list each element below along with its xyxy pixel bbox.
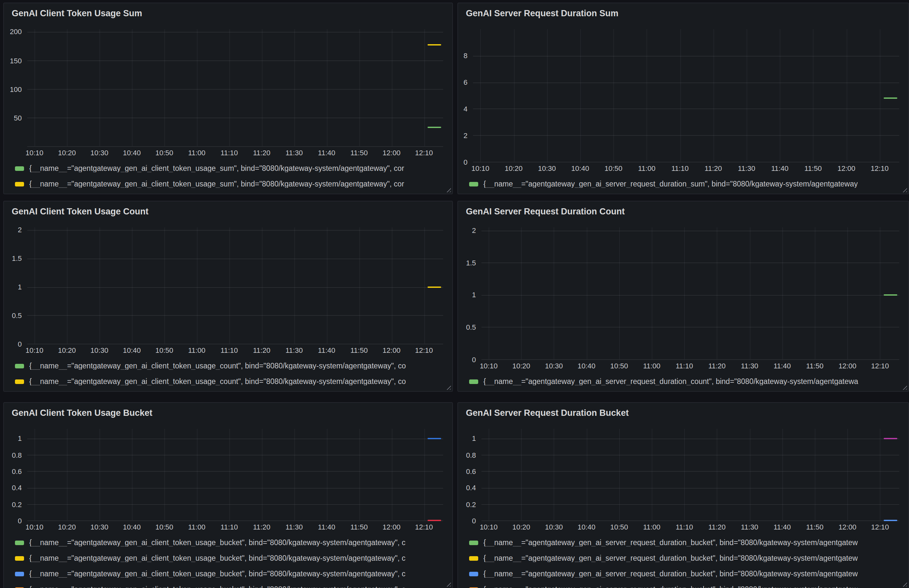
- gridline-horizontal: [27, 455, 443, 456]
- plot-canvas[interactable]: [27, 228, 443, 344]
- x-tick-label: 11:50: [350, 524, 368, 531]
- x-tick-label: 11:20: [705, 165, 722, 172]
- gridline-vertical: [229, 429, 230, 520]
- panel-title: GenAI Server Request Duration Count: [466, 207, 901, 216]
- x-tick-label: 11:00: [188, 524, 205, 531]
- x-axis: 10:1010:2010:3010:4010:5011:0011:1011:20…: [4, 344, 452, 356]
- legend-item[interactable]: {__name__="agentgateway_gen_ai_server_re…: [469, 582, 908, 588]
- gridline-vertical: [749, 228, 750, 359]
- legend-series-label: {__name__="agentgateway_gen_ai_server_re…: [483, 180, 858, 188]
- x-tick-label: 10:30: [538, 165, 556, 172]
- gridline-horizontal: [27, 472, 443, 472]
- legend-item[interactable]: {__name__="agentgateway_gen_ai_client_to…: [15, 373, 452, 389]
- legend-series-label: {__name__="agentgateway_gen_ai_server_re…: [483, 539, 858, 546]
- x-tick-label: 12:00: [383, 149, 400, 157]
- legend-series-label: {__name__="agentgateway_gen_ai_client_to…: [29, 554, 405, 562]
- y-tick-label: 0.2: [466, 501, 476, 508]
- y-tick-label: 0.8: [12, 452, 22, 459]
- legend-item[interactable]: {__name__="agentgateway_gen_ai_server_re…: [469, 550, 908, 566]
- x-tick-label: 11:10: [676, 524, 693, 531]
- y-tick-label: 6: [463, 79, 468, 86]
- panel-header[interactable]: GenAI Server Request Duration Bucket: [458, 403, 908, 422]
- legend-series-label: {__name__="agentgateway_gen_ai_server_re…: [483, 554, 858, 562]
- plot-canvas[interactable]: [27, 29, 443, 147]
- x-tick-label: 10:20: [505, 165, 523, 172]
- legend-series-label: {__name__="agentgateway_gen_ai_server_re…: [483, 570, 858, 578]
- gridline-vertical: [229, 228, 230, 344]
- plot-row: 20015010050: [4, 29, 452, 147]
- x-tick-label: 11:50: [806, 524, 823, 531]
- plot-canvas[interactable]: [481, 429, 899, 521]
- gridline-vertical: [586, 228, 587, 359]
- gridline-vertical: [684, 228, 685, 359]
- x-tick-label: 10:50: [155, 149, 173, 157]
- x-tick-label: 10:10: [26, 347, 44, 354]
- panel-header[interactable]: GenAI Client Token Usage Count: [4, 202, 452, 221]
- gridline-horizontal: [481, 455, 899, 456]
- x-tick-label: 11:40: [318, 149, 335, 157]
- gridline-vertical: [34, 228, 35, 344]
- x-axis-labels: 10:1010:2010:3010:4010:5011:0011:1011:20…: [27, 521, 443, 533]
- gridline-horizontal: [481, 295, 899, 296]
- x-tick-label: 10:40: [123, 149, 140, 157]
- panel-genai-client-token-usage-sum: GenAI Client Token Usage Sum 20015010050…: [3, 3, 453, 194]
- legend-item[interactable]: {__name__="agentgateway_gen_ai_client_to…: [15, 160, 452, 176]
- legend-item[interactable]: {__name__="agentgateway_gen_ai_client_to…: [15, 550, 452, 566]
- panel-header[interactable]: GenAI Client Token Usage Sum: [4, 3, 452, 23]
- legend-item[interactable]: {__name__="agentgateway_gen_ai_client_to…: [15, 358, 452, 373]
- x-tick-label: 12:00: [838, 165, 856, 172]
- gridline-vertical: [489, 228, 489, 359]
- gridline-vertical: [749, 429, 750, 520]
- gridline-horizontal: [27, 488, 443, 488]
- y-tick-label: 1: [472, 292, 476, 299]
- gridline-horizontal: [481, 263, 899, 263]
- legend-item[interactable]: {__name__="agentgateway_gen_ai_server_re…: [469, 566, 908, 582]
- gridline-vertical: [326, 228, 327, 344]
- legend-item[interactable]: {__name__="agentgateway_gen_ai_client_to…: [15, 582, 452, 588]
- y-tick-label: 1.5: [12, 255, 22, 262]
- legend-series-label: {__name__="agentgateway_gen_ai_client_to…: [29, 585, 405, 588]
- plot-canvas[interactable]: [481, 228, 899, 360]
- y-axis: 10.80.60.40.20: [4, 429, 27, 521]
- legend-item[interactable]: {__name__="agentgateway_gen_ai_client_to…: [15, 566, 452, 582]
- x-tick-label: 11:20: [253, 149, 270, 157]
- legend-item[interactable]: {__name__="agentgateway_gen_ai_client_to…: [15, 535, 452, 550]
- gridline-vertical: [652, 429, 652, 520]
- x-tick-label: 10:40: [578, 363, 596, 370]
- legend-item[interactable]: {__name__="agentgateway_gen_ai_server_re…: [469, 535, 908, 550]
- gridline-horizontal: [27, 504, 443, 505]
- panel-genai-server-request-duration-sum: GenAI Server Request Duration Sum 86420 …: [457, 3, 909, 194]
- gridline-horizontal: [27, 32, 443, 33]
- x-axis-labels: 10:1010:2010:3010:4010:5011:0011:1011:20…: [481, 521, 899, 533]
- panel-header[interactable]: GenAI Client Token Usage Bucket: [4, 403, 452, 422]
- gridline-vertical: [847, 228, 848, 359]
- x-tick-label: 12:00: [838, 363, 856, 370]
- panel-header[interactable]: GenAI Server Request Duration Sum: [458, 3, 908, 23]
- x-tick-label: 10:10: [26, 149, 44, 157]
- gridline-vertical: [99, 29, 100, 146]
- y-tick-label: 0.2: [12, 501, 22, 508]
- panel-header[interactable]: GenAI Server Request Duration Count: [458, 202, 908, 221]
- gridline-vertical: [647, 29, 647, 162]
- y-tick-label: 0.6: [12, 468, 22, 475]
- gridline-horizontal: [27, 61, 443, 61]
- gridline-vertical: [34, 429, 35, 520]
- legend-swatch: [15, 166, 24, 171]
- plot-canvas[interactable]: [27, 429, 443, 521]
- x-axis-labels: 10:1010:2010:3010:4010:5011:0011:1011:20…: [27, 344, 443, 356]
- gridline-vertical: [815, 429, 815, 520]
- gridline-vertical: [652, 228, 652, 359]
- legend-swatch: [469, 540, 478, 545]
- legend: {__name__="agentgateway_gen_ai_client_to…: [4, 356, 452, 391]
- legend-item[interactable]: {__name__="agentgateway_gen_ai_server_re…: [469, 373, 908, 389]
- gridline-vertical: [880, 228, 881, 359]
- gridline-vertical: [326, 429, 327, 520]
- legend-series-label: {__name__="agentgateway_gen_ai_client_to…: [29, 378, 406, 385]
- x-tick-label: 10:50: [605, 165, 622, 172]
- plot-canvas[interactable]: [473, 29, 899, 162]
- legend-item[interactable]: {__name__="agentgateway_gen_ai_server_re…: [469, 176, 908, 192]
- panel-title: GenAI Server Request Duration Bucket: [466, 408, 901, 418]
- gridline-vertical: [481, 29, 481, 162]
- gridline-vertical: [391, 228, 392, 344]
- legend-item[interactable]: {__name__="agentgateway_gen_ai_client_to…: [15, 176, 452, 192]
